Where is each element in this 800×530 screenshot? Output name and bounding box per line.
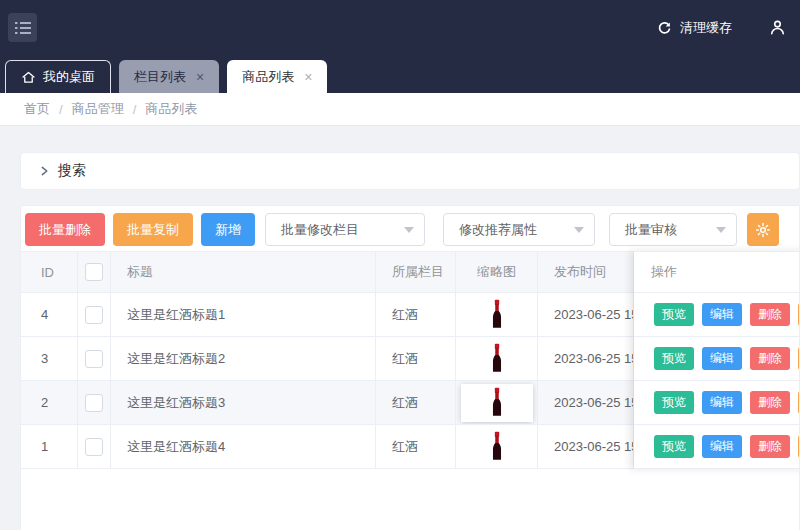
edit-button[interactable]: 编辑 xyxy=(702,347,742,370)
row-thumbnail-cell xyxy=(456,293,538,337)
edit-button[interactable]: 编辑 xyxy=(702,303,742,326)
row-publish-time: 2023-06-25 15: xyxy=(538,381,634,425)
tab-my-desktop[interactable]: 我的桌面 xyxy=(5,60,111,93)
breadcrumb-item-home[interactable]: 首页 xyxy=(24,100,50,118)
wine-bottle-image[interactable] xyxy=(490,431,504,462)
header-title: 标题 xyxy=(111,251,376,293)
row-checkbox-cell xyxy=(78,293,111,337)
row-category: 红酒 xyxy=(376,425,456,469)
select-value: 批量修改栏目 xyxy=(281,221,359,239)
row-thumbnail-cell xyxy=(456,381,538,425)
row-publish-time: 2023-06-25 15: xyxy=(538,425,634,469)
row-checkbox[interactable] xyxy=(85,350,103,368)
row-id: 3 xyxy=(21,337,78,381)
tab-bar: 我的桌面 栏目列表 × 商品列表 × xyxy=(0,55,800,93)
clear-cache-label: 清理缓存 xyxy=(680,19,732,37)
refresh-icon xyxy=(656,20,672,36)
product-table: ID 标题 所属栏目 缩略图 发布时间 4 这里是红酒标题1 红酒 xyxy=(21,251,799,469)
user-menu-button[interactable] xyxy=(769,19,786,36)
change-recommend-attr-select[interactable]: 修改推荐属性 xyxy=(443,213,595,246)
tab-label: 商品列表 xyxy=(242,68,294,86)
wine-bottle-image[interactable] xyxy=(490,387,504,418)
header-checkbox-cell xyxy=(78,251,111,293)
row-publish-time: 2023-06-25 15: xyxy=(538,293,634,337)
delete-button[interactable]: 删除 xyxy=(750,435,790,458)
row-thumbnail-cell xyxy=(456,337,538,381)
clear-cache-button[interactable]: 清理缓存 xyxy=(656,19,732,37)
row-actions: 预览 编辑 删除 复制 xyxy=(634,425,800,469)
chevron-down-icon xyxy=(716,227,726,233)
table-toolbar: 批量删除 批量复制 新增 批量修改栏目 修改推荐属性 批量审核 xyxy=(21,213,799,246)
row-actions: 预览 编辑 删除 复制 xyxy=(634,337,800,381)
wine-bottle-image[interactable] xyxy=(490,299,504,330)
breadcrumb: 首页 / 商品管理 / 商品列表 xyxy=(0,93,800,126)
column-settings-button[interactable] xyxy=(747,213,779,246)
page-content: 搜索 批量删除 批量复制 新增 批量修改栏目 修改推荐属性 批量审核 xyxy=(0,126,800,530)
select-all-checkbox[interactable] xyxy=(85,263,103,281)
row-category: 红酒 xyxy=(376,337,456,381)
row-checkbox[interactable] xyxy=(85,306,103,324)
preview-button[interactable]: 预览 xyxy=(654,303,694,326)
add-button[interactable]: 新增 xyxy=(201,213,255,246)
search-panel-label: 搜索 xyxy=(58,162,86,180)
gear-icon xyxy=(755,222,771,238)
breadcrumb-separator: / xyxy=(59,102,63,117)
sidebar-toggle-button[interactable] xyxy=(8,13,37,42)
row-actions: 预览 编辑 删除 复制 xyxy=(634,293,800,337)
header-id: ID xyxy=(21,251,78,293)
batch-copy-button[interactable]: 批量复制 xyxy=(113,213,193,246)
batch-delete-button[interactable]: 批量删除 xyxy=(25,213,105,246)
thumbnail-preview-box xyxy=(461,384,533,422)
wine-bottle-image[interactable] xyxy=(490,343,504,374)
breadcrumb-separator: / xyxy=(133,102,137,117)
tab-label: 我的桌面 xyxy=(43,68,95,86)
batch-change-column-select[interactable]: 批量修改栏目 xyxy=(265,213,425,246)
row-id: 2 xyxy=(21,381,78,425)
fixed-actions-column: 操作 预览 编辑 删除 复制 预览 编辑 删除 复制 预览 编辑 删除 xyxy=(634,251,800,469)
batch-review-select[interactable]: 批量审核 xyxy=(609,213,737,246)
row-checkbox[interactable] xyxy=(85,438,103,456)
breadcrumb-item-product-manage[interactable]: 商品管理 xyxy=(72,100,124,118)
row-title: 这里是红酒标题2 xyxy=(111,337,376,381)
tab-product-list[interactable]: 商品列表 × xyxy=(227,60,327,93)
close-icon[interactable]: × xyxy=(196,70,204,84)
user-icon xyxy=(769,19,786,36)
chevron-down-icon xyxy=(574,227,584,233)
row-title: 这里是红酒标题3 xyxy=(111,381,376,425)
row-category: 红酒 xyxy=(376,293,456,337)
close-icon[interactable]: × xyxy=(304,70,312,84)
top-navbar: 清理缓存 xyxy=(0,0,800,55)
row-checkbox[interactable] xyxy=(85,394,103,412)
row-id: 1 xyxy=(21,425,78,469)
row-thumbnail-cell xyxy=(456,425,538,469)
row-id: 4 xyxy=(21,293,78,337)
home-icon xyxy=(21,70,36,84)
edit-button[interactable]: 编辑 xyxy=(702,391,742,414)
select-value: 修改推荐属性 xyxy=(459,221,537,239)
preview-button[interactable]: 预览 xyxy=(654,391,694,414)
delete-button[interactable]: 删除 xyxy=(750,391,790,414)
row-checkbox-cell xyxy=(78,381,111,425)
row-title: 这里是红酒标题4 xyxy=(111,425,376,469)
row-title: 这里是红酒标题1 xyxy=(111,293,376,337)
search-collapse-panel[interactable]: 搜索 xyxy=(20,152,800,190)
chevron-right-icon xyxy=(39,166,49,176)
row-checkbox-cell xyxy=(78,337,111,381)
delete-button[interactable]: 删除 xyxy=(750,347,790,370)
header-publish-time: 发布时间 xyxy=(538,251,634,293)
header-thumbnail: 缩略图 xyxy=(456,251,538,293)
tab-column-list[interactable]: 栏目列表 × xyxy=(119,60,219,93)
preview-button[interactable]: 预览 xyxy=(654,435,694,458)
preview-button[interactable]: 预览 xyxy=(654,347,694,370)
tab-label: 栏目列表 xyxy=(134,68,186,86)
edit-button[interactable]: 编辑 xyxy=(702,435,742,458)
delete-button[interactable]: 删除 xyxy=(750,303,790,326)
select-value: 批量审核 xyxy=(625,221,677,239)
navbar-right-group: 清理缓存 xyxy=(656,19,786,37)
header-actions: 操作 xyxy=(634,251,800,293)
chevron-down-icon xyxy=(404,227,414,233)
product-table-card: 批量删除 批量复制 新增 批量修改栏目 修改推荐属性 批量审核 xyxy=(20,205,800,530)
row-actions: 预览 编辑 删除 复制 xyxy=(634,381,800,425)
header-category: 所属栏目 xyxy=(376,251,456,293)
breadcrumb-item-product-list: 商品列表 xyxy=(145,100,197,118)
